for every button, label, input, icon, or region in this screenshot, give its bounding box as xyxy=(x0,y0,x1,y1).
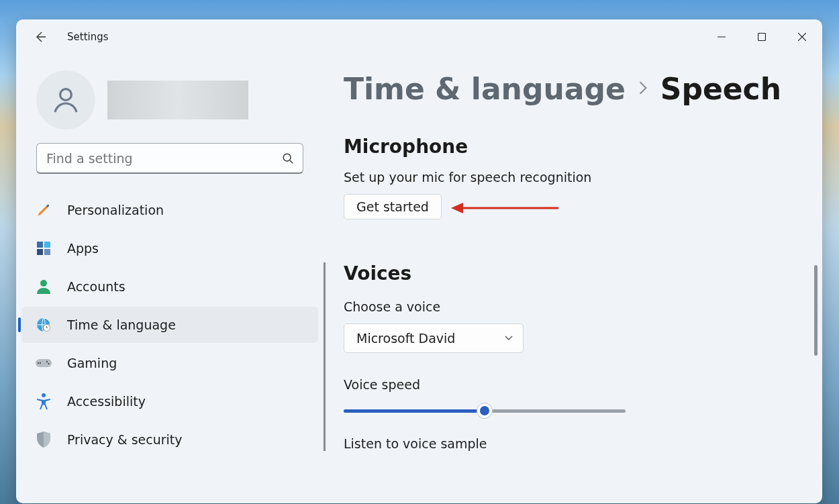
svg-point-13 xyxy=(46,361,48,362)
breadcrumb-current: Speech xyxy=(660,72,781,106)
shield-icon xyxy=(35,431,52,448)
sidebar-item-label: Apps xyxy=(67,241,99,256)
voices-heading: Voices xyxy=(344,262,809,285)
sidebar: Personalization Apps Accounts xyxy=(16,54,324,503)
sidebar-item-label: Privacy & security xyxy=(67,432,183,447)
sidebar-item-apps[interactable]: Apps xyxy=(21,230,318,266)
sidebar-item-gaming[interactable]: Gaming xyxy=(21,345,318,381)
microphone-section: Microphone Set up your mic for speech re… xyxy=(344,136,809,219)
voice-select-value: Microsoft David xyxy=(356,331,455,346)
app-title: Settings xyxy=(67,31,109,43)
sidebar-item-label: Time & language xyxy=(67,317,176,332)
minimize-icon xyxy=(718,33,726,41)
voices-section: Voices Choose a voice Microsoft David Vo… xyxy=(324,262,809,451)
breadcrumb: Time & language Speech xyxy=(344,72,809,106)
chevron-right-icon xyxy=(638,78,648,100)
get-started-button[interactable]: Get started xyxy=(344,194,442,219)
svg-point-1 xyxy=(60,89,72,101)
back-button[interactable] xyxy=(30,26,51,48)
minimize-button[interactable] xyxy=(701,22,742,52)
profile-name-placeholder xyxy=(107,81,248,119)
scrollbar-thumb[interactable] xyxy=(814,265,818,356)
search-box[interactable] xyxy=(36,143,303,174)
svg-point-14 xyxy=(48,363,49,364)
sidebar-item-accounts[interactable]: Accounts xyxy=(21,268,318,305)
svg-point-12 xyxy=(38,362,39,364)
microphone-heading: Microphone xyxy=(344,136,809,158)
svg-rect-6 xyxy=(44,249,50,255)
titlebar: Settings xyxy=(16,19,822,54)
svg-point-15 xyxy=(42,393,46,397)
maximize-button[interactable] xyxy=(742,22,782,52)
window-controls xyxy=(701,22,822,52)
sidebar-item-label: Personalization xyxy=(67,203,164,217)
slider-thumb[interactable] xyxy=(477,403,493,419)
arrow-left-icon xyxy=(34,30,47,44)
chevron-down-icon xyxy=(504,335,513,342)
brush-icon xyxy=(35,201,52,219)
sidebar-item-label: Accounts xyxy=(67,279,126,294)
svg-rect-4 xyxy=(44,242,50,248)
svg-point-2 xyxy=(283,154,291,161)
svg-marker-17 xyxy=(451,203,463,213)
voice-select[interactable]: Microsoft David xyxy=(344,323,524,353)
svg-rect-5 xyxy=(37,249,43,255)
sidebar-item-privacy[interactable]: Privacy & security xyxy=(21,421,318,458)
maximize-icon xyxy=(758,33,766,41)
voice-speed-slider[interactable] xyxy=(344,401,626,420)
person-icon xyxy=(35,278,52,295)
slider-fill xyxy=(344,409,485,413)
sidebar-item-label: Gaming xyxy=(67,356,117,370)
avatar xyxy=(36,70,95,130)
sidebar-nav: Personalization Apps Accounts xyxy=(16,192,324,458)
search-icon xyxy=(282,152,294,164)
svg-rect-3 xyxy=(37,242,43,248)
gamepad-icon xyxy=(35,354,52,372)
sidebar-item-accessibility[interactable]: Accessibility xyxy=(21,383,318,419)
svg-point-7 xyxy=(40,280,47,287)
voice-sample-label: Listen to voice sample xyxy=(344,436,809,451)
close-button[interactable] xyxy=(782,22,822,52)
breadcrumb-parent[interactable]: Time & language xyxy=(344,72,626,106)
user-icon xyxy=(50,84,82,116)
choose-voice-label: Choose a voice xyxy=(344,299,809,314)
annotation-arrow xyxy=(451,201,558,215)
profile-section[interactable] xyxy=(16,61,324,143)
svg-point-11 xyxy=(40,362,41,364)
sidebar-item-label: Accessibility xyxy=(67,394,146,409)
accessibility-icon xyxy=(35,393,52,410)
settings-window: Settings xyxy=(16,19,822,503)
apps-icon xyxy=(35,240,52,257)
svg-rect-0 xyxy=(758,34,766,41)
microphone-description: Set up your mic for speech recognition xyxy=(344,170,809,185)
main-content: Time & language Speech Microphone Set up… xyxy=(324,54,822,503)
globe-clock-icon xyxy=(35,316,52,334)
search-input[interactable] xyxy=(37,151,273,166)
voice-speed-label: Voice speed xyxy=(344,377,809,392)
close-icon xyxy=(798,33,806,41)
sidebar-item-time-language[interactable]: Time & language xyxy=(21,307,318,343)
sidebar-item-personalization[interactable]: Personalization xyxy=(21,192,318,228)
